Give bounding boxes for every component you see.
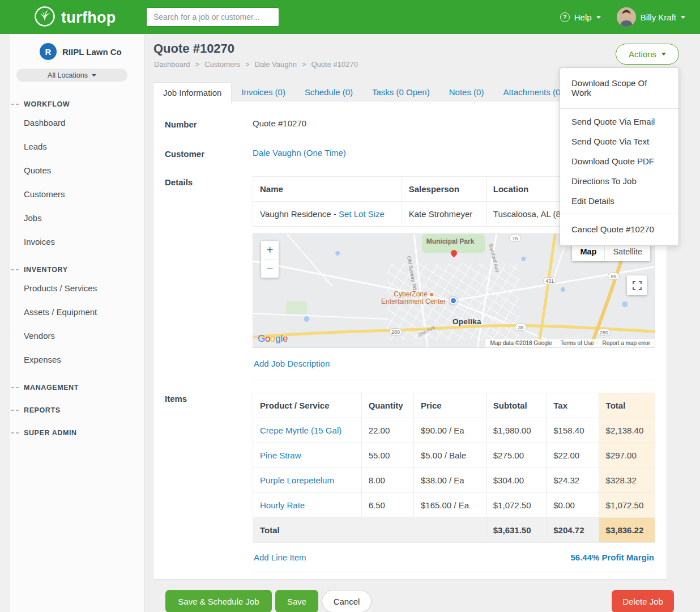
items-total-row: Total $3,631.50 $204.72 $3,836.22 [253,518,655,543]
product-link[interactable]: Purple Lorepetelum [260,475,334,485]
items-header-total: Total [599,393,655,418]
details-header-salesperson: Salesperson [402,177,486,202]
items-label: Items [165,393,253,572]
tax-cell: $0.00 [547,493,599,518]
sidebar-item-expenses[interactable]: Expenses [0,348,144,372]
table-row: Pine Straw 55.00 $5.00 / Bale $275.00 $2… [253,443,655,468]
delete-job-button[interactable]: Delete Job [612,590,674,612]
sidebar-item-invoices[interactable]: Invoices [0,230,144,254]
customer-type-link[interactable]: (One Time) [304,148,346,158]
chevron-down-icon [92,74,96,76]
section-header-workflow[interactable]: WORKFLOW [0,97,144,111]
breadcrumb-customers[interactable]: Customers [204,60,240,69]
breadcrumb-separator: > [195,60,200,69]
company-name: RIIPL Lawn Co [62,47,122,57]
breadcrumb: Dashboard > Customers > Dale Vaughn > Qu… [154,60,358,69]
details-header-name: Name [253,177,402,202]
details-label: Details [165,176,253,380]
menu-item-directions[interactable]: Directions To Job [560,171,678,191]
product-link[interactable]: Pine Straw [260,450,301,460]
breadcrumb-separator: > [245,60,250,69]
quantity-cell: 6.50 [361,493,413,518]
company-switcher[interactable]: R RIIPL Lawn Co [0,34,144,60]
brand-name: turfhop [61,9,116,27]
sidebar-item-vendors[interactable]: Vendors [0,324,144,348]
section-collapse-icon [11,410,19,411]
breadcrumb-current: Quote #10270 [311,60,357,69]
locations-dropdown[interactable]: All Locations [16,69,127,82]
route-shield: 15 [509,235,521,242]
topbar-right-cluster: ? Help Billy Kraft [560,0,685,34]
actions-button-label: Actions [629,49,656,59]
terms-of-use-link[interactable]: Terms of Use [561,340,594,346]
nav-section-reports: REPORTS [0,403,144,417]
avatar [617,7,636,27]
tab-schedule[interactable]: Schedule (0) [295,82,362,103]
menu-item-edit-details[interactable]: Edit Details [560,191,678,211]
search-input[interactable] [146,7,279,27]
job-location-marker [450,297,457,304]
product-link[interactable]: Hourly Rate [260,500,305,510]
sidebar-item-assets-equipment[interactable]: Assets / Equipment [0,300,144,324]
product-link[interactable]: Crepe Myrtle (15 Gal) [260,426,342,435]
section-header-management[interactable]: MANAGEMENT [0,381,144,394]
section-label: REPORTS [24,406,61,414]
tax-cell: $24.32 [547,468,599,493]
price-cell: $165.00 / Ea [413,493,486,518]
nav-section-super-admin: SUPER ADMIN [0,426,144,440]
sidebar-item-leads[interactable]: Leads [0,135,144,159]
cancel-button[interactable]: Cancel [322,590,372,612]
map-label-municipal-park: Municipal Park [416,237,484,245]
sidebar: R RIIPL Lawn Co All Locations WORKFLOW D… [0,34,144,612]
section-header-super-admin[interactable]: SUPER ADMIN [0,426,144,440]
brand-logo[interactable]: turfhop [34,6,116,29]
zoom-in-button[interactable]: + [261,241,279,259]
sidebar-item-quotes[interactable]: Quotes [0,159,144,182]
save-button[interactable]: Save [275,590,318,612]
actions-button[interactable]: Actions [616,44,679,65]
menu-item-cancel-quote[interactable]: Cancel Quote #10270 [560,217,678,242]
tab-tasks[interactable]: Tasks (0 Open) [362,82,439,103]
zoom-out-button[interactable]: − [261,260,279,278]
set-lot-size-link[interactable]: Set Lot Size [339,209,385,219]
menu-divider [560,214,678,214]
location-map[interactable]: + − Map Satellite [253,233,655,348]
report-map-error-link[interactable]: Report a map error [603,340,650,346]
menu-item-download-scope[interactable]: Download Scope Of Work [560,71,678,105]
menu-item-download-pdf[interactable]: Download Quote PDF [560,151,678,171]
google-logo[interactable]: Google [258,333,288,345]
breadcrumb-dashboard[interactable]: Dashboard [154,60,190,69]
customer-link[interactable]: Dale Vaughn [253,148,301,158]
tab-job-information[interactable]: Job Information [153,82,232,103]
fullscreen-button[interactable] [627,275,647,295]
save-schedule-job-button[interactable]: Save & Schedule Job [165,590,272,612]
turfhop-grass-icon [34,6,56,29]
tab-invoices[interactable]: Invoices (0) [232,82,295,103]
map-zoom-control: + − [261,241,279,278]
grand-total: $3,836.22 [599,518,655,543]
menu-item-send-text[interactable]: Send Quote Via Text [560,131,678,151]
total-cell: $2,138.40 [599,418,655,443]
section-collapse-icon [11,269,19,270]
help-label: Help [574,12,592,22]
user-menu[interactable]: Billy Kraft [617,7,685,27]
route-shield: 431 [543,277,556,284]
number-label: Number [165,118,253,129]
sidebar-item-dashboard[interactable]: Dashboard [0,111,144,135]
tax-cell: $22.00 [547,443,599,468]
section-header-reports[interactable]: REPORTS [0,403,144,417]
nav-section-workflow: WORKFLOW Dashboard Leads Quotes Customer… [0,97,144,254]
menu-item-send-email[interactable]: Send Quote Via Email [560,112,678,131]
tab-notes[interactable]: Notes (0) [439,82,494,103]
add-line-item-link[interactable]: Add Line Item [254,552,306,562]
sidebar-item-jobs[interactable]: Jobs [0,206,144,230]
section-label: INVENTORY [24,266,68,274]
help-menu[interactable]: ? Help [560,12,601,22]
section-header-inventory[interactable]: INVENTORY [0,263,144,277]
section-label: MANAGEMENT [24,384,79,392]
add-job-description-link[interactable]: Add Job Description [254,359,330,368]
sidebar-item-customers[interactable]: Customers [0,182,144,206]
breadcrumb-customer-name[interactable]: Dale Vaughn [255,60,297,69]
sidebar-item-products-services[interactable]: Products / Services [0,277,144,300]
main-content: Quote #10270 Dashboard > Customers > Dal… [144,34,700,612]
